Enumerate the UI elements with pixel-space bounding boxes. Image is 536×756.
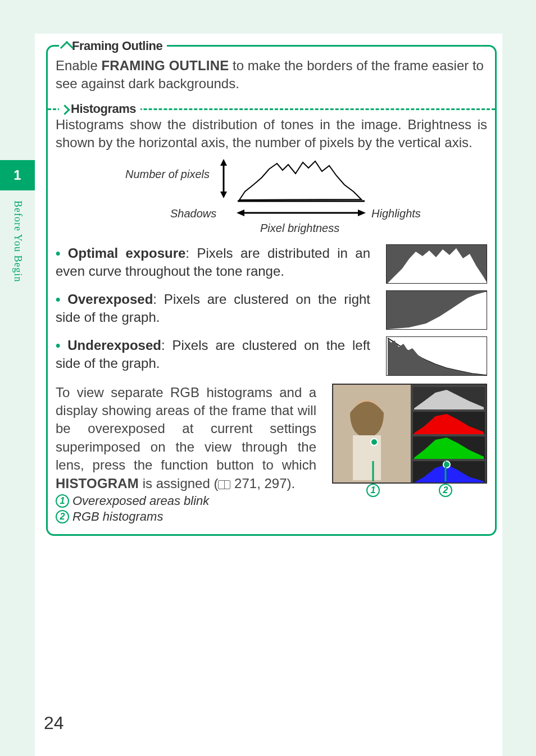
histograms-intro: Histograms show the distribution of tone… [56,116,487,152]
text-pre: Enable [56,58,101,73]
callout-1: 1 Overexposed areas blink [56,494,316,508]
rgb-pre: To view separate RGB histograms and a di… [56,385,316,473]
x-left-label: Shadows [170,207,216,220]
y-axis-arrow-icon [215,159,232,198]
pointer-1-dot [370,438,378,446]
bullet-term: Overexposed [67,292,153,307]
histogram-optimal [386,244,487,284]
histogram-underexposed [386,336,487,376]
rgb-section: To view separate RGB histograms and a di… [56,384,487,524]
chapter-tab: 1 Before You Begin [0,160,35,283]
page-number: 24 [44,713,64,734]
preview-callouts: 1 2 [332,484,487,506]
rgb-preview: 1 2 [332,384,487,524]
info-box: Framing Outline Enable FRAMING OUTLINE t… [46,45,497,536]
x-axis-arrow-icon [237,207,366,218]
callout-num-2: 2 [56,510,69,523]
bullet-underexposed: Underexposed: Pixels are clustered on th… [56,336,487,376]
rgb-refs: 271, 297). [230,476,295,491]
callout-1-label: Overexposed areas blink [72,494,209,508]
preview-callout-1: 1 [366,484,380,497]
svg-marker-5 [237,210,244,216]
exposure-bullets: Optimal exposure: Pixels are distributed… [56,244,487,376]
text-strong: FRAMING OUTLINE [101,58,229,73]
x-axis-label: Pixel brightness [260,222,339,235]
callout-2: 2 RGB histograms [56,509,316,524]
svg-marker-2 [220,192,227,198]
histogram-shape [237,158,366,203]
x-right-label: Highlights [371,207,421,220]
box1-title: Framing Outline [59,39,167,53]
rgb-paragraph: To view separate RGB histograms and a di… [56,384,316,493]
svg-marker-6 [358,210,366,216]
svg-marker-1 [220,159,227,166]
bullet-term: Underexposed [67,338,161,353]
histogram-axes-diagram: Number of pixels Shadows [92,158,451,236]
page-body: Framing Outline Enable FRAMING OUTLINE t… [35,34,502,756]
y-axis-label: Number of pixels [125,168,210,181]
rgb-text-block: To view separate RGB histograms and a di… [56,384,316,524]
chapter-label: Before You Begin [12,201,24,283]
box2-title: Histograms [59,102,140,116]
bullet-optimal: Optimal exposure: Pixels are distributed… [56,244,487,284]
histogram-overexposed [386,290,487,330]
callout-2-label: RGB histograms [72,509,163,524]
rgb-strong: HISTOGRAM [56,476,139,491]
bullet-term: Optimal exposure [68,245,186,261]
framing-outline-text: Enable FRAMING OUTLINE to make the borde… [56,57,487,93]
chapter-number: 1 [0,160,35,190]
bullet-overexposed: Overexposed: Pixels are clustered on the… [56,290,487,330]
book-icon [218,480,230,489]
histograms-section: Histograms show the distribution of tone… [56,116,487,524]
rgb-post: is assigned ( [139,476,218,491]
preview-callout-2: 2 [439,484,452,497]
callout-num-1: 1 [56,494,69,508]
